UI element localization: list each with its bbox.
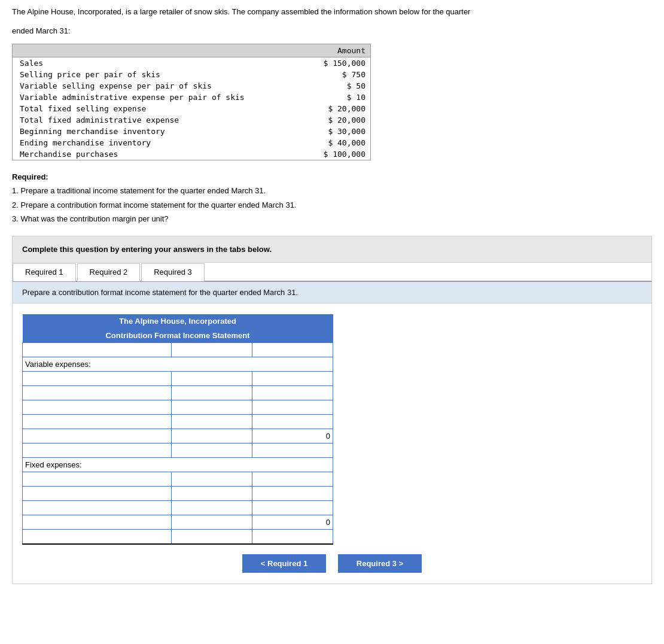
statement-title-row: The Alpine House, Incorporated [23, 314, 333, 329]
statement-table: The Alpine House, Incorporated Contribut… [22, 314, 333, 545]
net-income-mid[interactable] [174, 531, 249, 542]
var-selling-amount: $ 50 [306, 80, 370, 92]
required-section: Required: 1. Prepare a traditional incom… [12, 170, 652, 226]
intro-text-2: ended March 31: [12, 25, 652, 37]
fixed-admin-amount: $ 20,000 [306, 114, 370, 126]
instruction-box: Complete this question by entering your … [12, 236, 652, 263]
fix-row1-right[interactable] [255, 474, 330, 484]
table-row [23, 386, 333, 400]
row1-mid-input[interactable] [174, 345, 249, 355]
tab-required-1[interactable]: Required 1 [13, 263, 76, 281]
contrib-label[interactable] [25, 445, 169, 455]
fix-row2-right[interactable] [255, 488, 330, 499]
fix-row2-label[interactable] [25, 488, 169, 499]
var-row3-label[interactable] [25, 402, 169, 412]
required-item-2: 2. Prepare a contribution format income … [12, 198, 652, 212]
var-total-mid[interactable] [174, 431, 249, 441]
end-inventory-amount: $ 40,000 [306, 137, 370, 148]
required-item-3: 3. What was the contribution margin per … [12, 212, 652, 226]
table-row [23, 372, 333, 386]
contrib-right[interactable] [255, 445, 330, 455]
tabs-container: Required 1 Required 2 Required 3 Prepare… [12, 263, 652, 584]
fixed-selling-label: Total fixed selling expense [13, 103, 306, 114]
var-row2-right[interactable] [255, 388, 330, 398]
sales-label: Sales [13, 57, 306, 69]
instruction-text: Complete this question by entering your … [22, 245, 272, 254]
tab-description-text: Prepare a contribution format income sta… [22, 288, 298, 297]
fixed-admin-label: Total fixed administrative expense [13, 114, 306, 126]
variable-expenses-label: Variable expenses: [23, 357, 333, 372]
fix-total-label[interactable] [25, 517, 169, 527]
statement-wrapper: The Alpine House, Incorporated Contribut… [13, 303, 651, 584]
tab-required-3[interactable]: Required 3 [141, 263, 205, 281]
table-row [23, 443, 333, 458]
next-required-button[interactable]: Required 3 > [338, 554, 422, 573]
data-table: Amount Sales $ 150,000 Selling price per… [12, 44, 371, 160]
fix-row3-mid[interactable] [174, 503, 249, 513]
row1-right-input[interactable] [255, 345, 330, 355]
var-row3-mid[interactable] [174, 402, 249, 412]
var-admin-label: Variable administrative expense per pair… [13, 92, 306, 103]
selling-price-amount: $ 750 [306, 69, 370, 80]
var-row3-right[interactable] [255, 402, 330, 412]
var-row1-label[interactable] [25, 373, 169, 384]
zero-value-2: 0 [252, 515, 333, 530]
contrib-mid[interactable] [174, 445, 249, 455]
table-row: 0 [23, 515, 333, 530]
table-row [23, 400, 333, 415]
intro-paragraph: The Alpine House, Incorporated, is a lar… [12, 6, 652, 37]
merch-purchases-amount: $ 100,000 [306, 148, 370, 160]
tab-required-2[interactable]: Required 2 [77, 263, 141, 281]
var-row2-mid[interactable] [174, 388, 249, 398]
beg-inventory-label: Beginning merchandise inventory [13, 126, 306, 137]
selling-price-label: Selling price per pair of skis [13, 69, 306, 80]
fix-row2-mid[interactable] [174, 488, 249, 499]
table-row [23, 343, 333, 357]
prev-required-button[interactable]: < Required 1 [242, 554, 326, 573]
tab-content-description: Prepare a contribution format income sta… [13, 282, 651, 303]
table-row [23, 530, 333, 544]
fix-row3-label[interactable] [25, 503, 169, 513]
fixed-selling-amount: $ 20,000 [306, 103, 370, 114]
table-row [23, 415, 333, 429]
end-inventory-label: Ending merchandise inventory [13, 137, 306, 148]
net-income-label[interactable] [25, 531, 169, 542]
variable-expenses-row: Variable expenses: [23, 357, 333, 372]
var-row4-right[interactable] [255, 417, 330, 427]
var-total-label[interactable] [25, 431, 169, 441]
tabs-row: Required 1 Required 2 Required 3 [13, 263, 651, 282]
sales-amount: $ 150,000 [306, 57, 370, 69]
fixed-expenses-row: Fixed expenses: [23, 458, 333, 472]
net-income-right[interactable] [255, 531, 330, 542]
statement-subtitle: Contribution Format Income Statement [23, 329, 333, 343]
table-row [23, 472, 333, 487]
row1-label-input[interactable] [25, 345, 169, 355]
intro-text-1: The Alpine House, Incorporated, is a lar… [12, 6, 652, 18]
nav-buttons: < Required 1 Required 3 > [22, 554, 642, 573]
amount-header: Amount [306, 44, 370, 57]
table-row: 0 [23, 429, 333, 443]
var-row4-mid[interactable] [174, 417, 249, 427]
beg-inventory-amount: $ 30,000 [306, 126, 370, 137]
fix-row1-mid[interactable] [174, 474, 249, 484]
table-row [23, 501, 333, 515]
statement-title: The Alpine House, Incorporated [23, 314, 333, 329]
var-row1-right[interactable] [255, 373, 330, 384]
var-admin-amount: $ 10 [306, 92, 370, 103]
fix-total-mid[interactable] [174, 517, 249, 527]
var-row4-label[interactable] [25, 417, 169, 427]
table-row [23, 487, 333, 501]
fix-row3-right[interactable] [255, 503, 330, 513]
var-selling-label: Variable selling expense per pair of ski… [13, 80, 306, 92]
fixed-expenses-label: Fixed expenses: [23, 458, 333, 472]
var-row1-mid[interactable] [174, 373, 249, 384]
merch-purchases-label: Merchandise purchases [13, 148, 306, 160]
statement-container: The Alpine House, Incorporated Contribut… [22, 314, 333, 545]
var-row2-label[interactable] [25, 388, 169, 398]
zero-value-1: 0 [252, 429, 333, 443]
required-item-1: 1. Prepare a traditional income statemen… [12, 184, 652, 198]
required-title: Required: [12, 172, 48, 181]
statement-subtitle-row: Contribution Format Income Statement [23, 329, 333, 343]
fix-row1-label[interactable] [25, 474, 169, 484]
